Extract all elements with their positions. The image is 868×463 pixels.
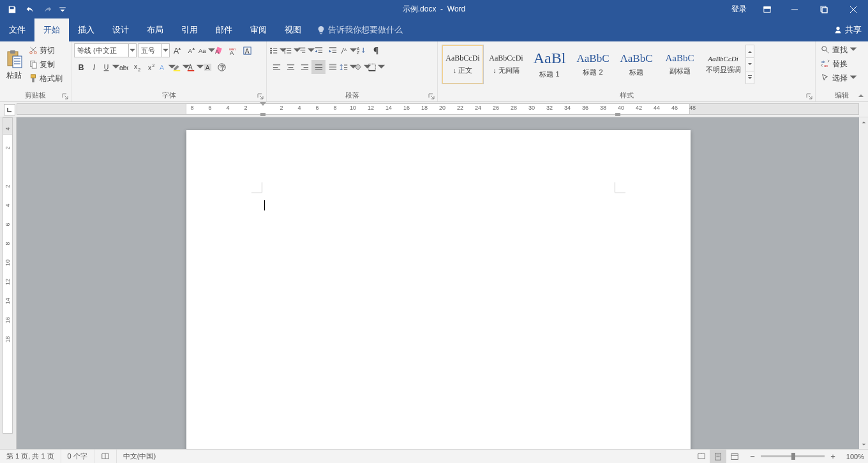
font-size-dropdown[interactable] bbox=[162, 43, 170, 57]
zoom-in-button[interactable]: + bbox=[828, 452, 837, 461]
undo-button[interactable] bbox=[23, 3, 37, 17]
print-layout-button[interactable] bbox=[710, 450, 726, 463]
vertical-scrollbar[interactable] bbox=[859, 117, 868, 449]
grow-font-button[interactable]: A bbox=[170, 43, 184, 57]
align-right-button[interactable] bbox=[297, 60, 311, 74]
text-effects-button[interactable]: A bbox=[158, 60, 172, 74]
strikethrough-button[interactable]: abc bbox=[116, 60, 130, 74]
horizontal-ruler[interactable]: 8642246810121416182022242628303234363840… bbox=[17, 103, 859, 115]
redo-button[interactable] bbox=[41, 3, 55, 17]
shrink-font-button[interactable]: A bbox=[184, 43, 198, 57]
justify-button[interactable] bbox=[311, 60, 326, 74]
tab-insert[interactable]: 插入 bbox=[69, 18, 103, 41]
styles-dialog-launcher[interactable] bbox=[806, 93, 814, 101]
read-mode-button[interactable] bbox=[693, 450, 710, 463]
phonetic-guide-button[interactable]: wénA bbox=[226, 43, 240, 57]
subscript-button[interactable]: x2 bbox=[130, 60, 144, 74]
qat-customize-button[interactable] bbox=[59, 3, 66, 17]
font-dialog-launcher[interactable] bbox=[257, 93, 265, 101]
style-item[interactable]: AaBbC标题 bbox=[615, 45, 657, 84]
find-button[interactable]: 查找 bbox=[818, 43, 857, 57]
tab-layout[interactable]: 布局 bbox=[138, 18, 172, 41]
multilevel-list-button[interactable] bbox=[297, 43, 311, 57]
font-color-button[interactable]: A bbox=[186, 60, 200, 74]
minimize-button[interactable] bbox=[780, 0, 809, 18]
sort-button[interactable]: AZ bbox=[354, 43, 368, 57]
tab-design[interactable]: 设计 bbox=[103, 18, 138, 41]
shading-button[interactable] bbox=[354, 60, 368, 74]
distributed-button[interactable] bbox=[326, 60, 340, 74]
document-scroll-area[interactable] bbox=[17, 117, 859, 449]
character-border-button[interactable]: A bbox=[240, 43, 254, 57]
language-status[interactable]: 中文(中国) bbox=[117, 450, 162, 463]
bold-button[interactable]: B bbox=[74, 60, 88, 74]
font-size-combo[interactable]: 五号 bbox=[138, 43, 162, 57]
zoom-slider[interactable] bbox=[761, 455, 825, 457]
show-marks-button[interactable] bbox=[368, 43, 382, 57]
page[interactable] bbox=[186, 130, 691, 449]
close-button[interactable] bbox=[839, 0, 868, 18]
align-left-button[interactable] bbox=[269, 60, 283, 74]
select-button[interactable]: 选择 bbox=[818, 71, 857, 85]
maximize-button[interactable] bbox=[809, 0, 839, 18]
bullets-button[interactable] bbox=[269, 43, 283, 57]
login-button[interactable]: 登录 bbox=[724, 0, 754, 18]
tab-selector[interactable] bbox=[4, 104, 15, 115]
numbering-button[interactable]: 123 bbox=[283, 43, 297, 57]
tab-home[interactable]: 开始 bbox=[34, 18, 69, 41]
clear-formatting-button[interactable]: A bbox=[212, 43, 226, 57]
page-number-status[interactable]: 第 1 页, 共 1 页 bbox=[0, 450, 61, 463]
tab-file[interactable]: 文件 bbox=[0, 18, 34, 41]
highlight-button[interactable] bbox=[172, 60, 186, 74]
save-button[interactable] bbox=[5, 3, 19, 17]
decrease-indent-button[interactable] bbox=[311, 43, 326, 57]
right-indent-marker[interactable] bbox=[615, 113, 620, 116]
spellcheck-status[interactable] bbox=[94, 450, 117, 463]
scroll-up-button[interactable] bbox=[859, 117, 868, 126]
zoom-level[interactable]: 100% bbox=[842, 453, 868, 460]
tab-view[interactable]: 视图 bbox=[276, 18, 310, 41]
line-spacing-button[interactable] bbox=[340, 60, 354, 74]
tab-references[interactable]: 引用 bbox=[172, 18, 207, 41]
replace-button[interactable]: abac替换 bbox=[818, 57, 850, 71]
font-name-dropdown[interactable] bbox=[129, 43, 137, 57]
zoom-slider-thumb[interactable] bbox=[791, 453, 795, 460]
style-item[interactable]: AaBbC标题 2 bbox=[572, 45, 614, 84]
change-case-button[interactable]: Aa bbox=[198, 43, 212, 57]
italic-button[interactable]: I bbox=[88, 60, 102, 74]
tab-mailings[interactable]: 邮件 bbox=[207, 18, 241, 41]
style-item[interactable]: AaBbC副标题 bbox=[659, 45, 701, 84]
format-painter-button[interactable]: 格式刷 bbox=[27, 71, 64, 85]
first-line-indent-marker[interactable] bbox=[260, 102, 266, 106]
enclose-char-button[interactable]: 字 bbox=[214, 60, 228, 74]
asian-layout-button[interactable]: A bbox=[340, 43, 354, 57]
font-name-combo[interactable]: 等线 (中文正 bbox=[74, 43, 129, 57]
superscript-button[interactable]: x2 bbox=[144, 60, 158, 74]
char-shading-button[interactable]: A bbox=[200, 60, 214, 74]
borders-button[interactable] bbox=[368, 60, 382, 74]
share-button[interactable]: 共享 bbox=[834, 18, 862, 41]
tab-review[interactable]: 审阅 bbox=[241, 18, 276, 41]
clipboard-dialog-launcher[interactable] bbox=[62, 93, 70, 101]
tell-me-search[interactable]: 告诉我你想要做什么 bbox=[317, 18, 403, 41]
underline-button[interactable]: U bbox=[102, 60, 116, 74]
cut-button[interactable]: 剪切 bbox=[27, 43, 64, 57]
style-item[interactable]: AaBl标题 1 bbox=[528, 45, 571, 84]
web-layout-button[interactable] bbox=[726, 450, 743, 463]
collapse-ribbon-button[interactable] bbox=[855, 91, 867, 100]
style-item[interactable]: AaBbCcDi↓ 正文 bbox=[442, 45, 484, 84]
ribbon-display-button[interactable] bbox=[754, 0, 780, 18]
scroll-down-button[interactable] bbox=[859, 440, 868, 449]
style-item[interactable]: AaBbCcDi↓ 无间隔 bbox=[485, 45, 527, 84]
style-item[interactable]: AaBbCcDi不明显强调 bbox=[702, 45, 744, 84]
hanging-indent-marker[interactable] bbox=[260, 113, 266, 116]
copy-button[interactable]: 复制 bbox=[27, 57, 64, 71]
vertical-ruler[interactable]: 4224681012141618 bbox=[0, 117, 17, 449]
word-count-status[interactable]: 0 个字 bbox=[61, 450, 94, 463]
paste-button[interactable]: 粘贴 bbox=[3, 43, 26, 87]
zoom-out-button[interactable]: − bbox=[748, 452, 757, 461]
styles-gallery-scroll[interactable] bbox=[745, 45, 754, 84]
paragraph-dialog-launcher[interactable] bbox=[428, 93, 436, 101]
increase-indent-button[interactable] bbox=[326, 43, 340, 57]
align-center-button[interactable] bbox=[283, 60, 297, 74]
